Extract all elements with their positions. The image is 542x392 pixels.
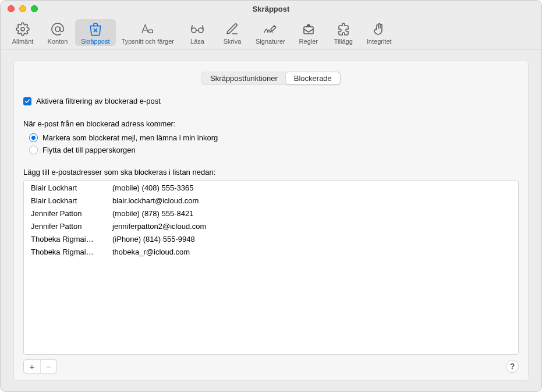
fonts-icon: [140, 22, 155, 37]
svg-point-2: [192, 28, 196, 33]
checkbox-icon[interactable]: [23, 97, 31, 105]
toolbar-item-accounts[interactable]: Konton: [40, 19, 75, 46]
signature-icon: [263, 22, 278, 37]
toolbar-label: Tillägg: [334, 38, 353, 45]
toolbar-label: Skräppost: [81, 38, 110, 45]
list-item[interactable]: Jennifer Pattonjenniferpatton2@icloud.co…: [24, 220, 518, 233]
window-title: Skräppost: [1, 5, 541, 13]
puzzle-icon: [336, 22, 350, 37]
list-item-name: Jennifer Patton: [31, 221, 112, 232]
remove-button[interactable]: −: [40, 360, 56, 373]
glasses-icon: [189, 22, 206, 37]
blocked-panel: Skräppostfunktioner Blockerade Aktivera …: [13, 61, 529, 381]
list-item-value: jenniferpatton2@icloud.com: [112, 221, 511, 232]
preferences-window: Skräppost Allmänt Konton Skräppost Typ: [0, 0, 542, 392]
toolbar-item-rules[interactable]: Regler: [291, 19, 326, 46]
toolbar-label: Läsa: [190, 38, 204, 45]
enable-filter-row[interactable]: Aktivera filtrering av blockerad e-post: [23, 96, 519, 107]
svg-point-1: [55, 27, 60, 31]
zoom-icon[interactable]: [31, 5, 38, 12]
gear-icon: [16, 22, 30, 37]
radio-icon[interactable]: [29, 146, 38, 154]
panel-footer: + − ?: [23, 355, 519, 373]
tab-junk-features[interactable]: Skräppostfunktioner: [202, 72, 286, 84]
junk-icon: [88, 22, 103, 37]
list-instruction-label: Lägg till e-postadresser som ska blocker…: [23, 156, 519, 180]
list-item[interactable]: Blair Lockhart(mobile) (408) 555-3365: [24, 182, 518, 195]
content-area: Skräppostfunktioner Blockerade Aktivera …: [1, 50, 541, 391]
radio-trash-label: Flytta det till papperskorgen: [42, 146, 136, 154]
list-item-name: Blair Lockhart: [31, 182, 112, 194]
list-item[interactable]: Blair Lockhartblair.lockhart@icloud.com: [24, 195, 518, 207]
tab-blocked[interactable]: Blockerade: [286, 72, 340, 84]
add-button[interactable]: +: [24, 360, 40, 373]
toolbar-label: Regler: [299, 38, 318, 45]
list-item-value: (mobile) (878) 555-8421: [112, 208, 511, 220]
sub-tabs: Skräppostfunktioner Blockerade: [23, 70, 519, 96]
rules-icon: [302, 22, 316, 37]
toolbar-label: Integritet: [367, 38, 392, 45]
window-controls: [8, 5, 38, 12]
list-item[interactable]: Thobeka Rigmai…thobeka_r@icloud.com: [24, 246, 518, 259]
hand-icon: [372, 22, 386, 37]
radio-trash-row[interactable]: Flytta det till papperskorgen: [23, 144, 519, 156]
list-item-name: Thobeka Rigmai…: [31, 234, 112, 245]
list-item-value: (mobile) (408) 555-3365: [112, 182, 511, 194]
toolbar-item-fonts[interactable]: Typsnitt och färger: [116, 19, 180, 46]
svg-point-3: [199, 28, 203, 33]
list-item-name: Thobeka Rigmai…: [31, 246, 112, 258]
add-remove-control: + −: [23, 359, 57, 373]
toolbar-item-signatures[interactable]: Signaturer: [250, 19, 291, 46]
toolbar-label: Signaturer: [256, 38, 285, 45]
list-item-value: blair.lockhart@icloud.com: [112, 195, 511, 207]
enable-filter-label: Aktivera filtrering av blockerad e-post: [36, 97, 161, 105]
radio-icon[interactable]: [29, 133, 38, 142]
toolbar-item-privacy[interactable]: Integritet: [361, 19, 398, 46]
toolbar-item-general[interactable]: Allmänt: [5, 19, 40, 46]
compose-icon: [225, 22, 239, 37]
toolbar-item-extensions[interactable]: Tillägg: [326, 19, 361, 46]
toolbar-label: Allmänt: [12, 38, 34, 45]
toolbar-item-reading[interactable]: Läsa: [180, 19, 215, 46]
list-item-name: Blair Lockhart: [31, 195, 112, 207]
close-icon[interactable]: [8, 5, 15, 12]
list-item-value: (iPhone) (814) 555-9948: [112, 234, 511, 245]
toolbar-item-compose[interactable]: Skriva: [215, 19, 250, 46]
blocked-list[interactable]: Blair Lockhart(mobile) (408) 555-3365Bla…: [23, 180, 519, 355]
toolbar: Allmänt Konton Skräppost Typsnitt och fä…: [1, 17, 541, 50]
minimize-icon[interactable]: [19, 5, 26, 12]
svg-point-0: [21, 27, 24, 31]
at-icon: [51, 22, 65, 37]
toolbar-label: Konton: [48, 38, 68, 45]
list-item-value: thobeka_r@icloud.com: [112, 246, 511, 258]
radio-mark-row[interactable]: Markera som blockerat mejl, men lämna i …: [23, 132, 519, 144]
toolbar-label: Typsnitt och färger: [122, 38, 175, 45]
list-item[interactable]: Thobeka Rigmai…(iPhone) (814) 555-9948: [24, 233, 518, 246]
when-blocked-label: När e-post från en blockerad adress komm…: [23, 119, 519, 132]
list-item-name: Jennifer Patton: [31, 208, 112, 220]
toolbar-label: Skriva: [224, 38, 242, 45]
radio-mark-label: Markera som blockerat mejl, men lämna i …: [42, 133, 218, 142]
help-button[interactable]: ?: [506, 360, 519, 373]
toolbar-item-junk[interactable]: Skräppost: [75, 19, 116, 46]
titlebar: Skräppost: [1, 1, 541, 17]
list-item[interactable]: Jennifer Patton(mobile) (878) 555-8421: [24, 207, 518, 220]
